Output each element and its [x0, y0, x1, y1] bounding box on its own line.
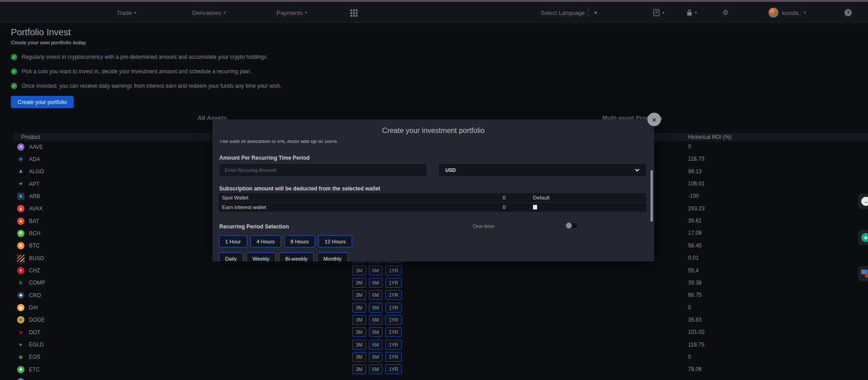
- roi-value: -100: [688, 190, 699, 202]
- language-dropdown-arrow-icon[interactable]: ▼: [593, 10, 598, 15]
- asset-row-product[interactable]: ▲BAT: [17, 215, 39, 227]
- asset-row-product[interactable]: ≈APT: [17, 178, 39, 190]
- roi-period-6m-button[interactable]: 6M: [369, 303, 383, 313]
- user-menu[interactable]: kunda.. ▾: [782, 9, 806, 16]
- asset-row-product[interactable]: ▲AVAX: [17, 203, 42, 215]
- nav-menu-payments[interactable]: Payments ▾: [277, 9, 307, 16]
- roi-period-1yr-button[interactable]: 1YR: [385, 315, 401, 325]
- apps-grid-icon[interactable]: [350, 10, 352, 11]
- feature-bullet: ✓ Pick a coin you want to invest in, dec…: [11, 68, 251, 75]
- check-icon: ✓: [11, 83, 17, 89]
- nav-menu-derivatives[interactable]: Derivatives ▾: [192, 9, 226, 16]
- roi-period-3m-button[interactable]: 3M: [352, 278, 366, 288]
- divider: [588, 8, 588, 16]
- asset-row-product[interactable]: ◇EOS: [17, 351, 40, 363]
- roi-value: 68.75: [688, 289, 702, 301]
- create-portfolio-button[interactable]: Create your portfolio: [11, 96, 74, 108]
- roi-value: 101.02: [688, 326, 705, 338]
- roi-period-1yr-button[interactable]: 1YR: [385, 278, 401, 288]
- recurring-amount-input[interactable]: [219, 163, 427, 177]
- modal-close-icon[interactable]: ×: [647, 113, 661, 126]
- asset-row-product[interactable]: ◆CRO: [17, 289, 41, 301]
- asset-row-product[interactable]: ∗ADA: [17, 153, 40, 165]
- roi-period-3m-button[interactable]: 3M: [352, 290, 366, 300]
- roi-value: 0: [688, 141, 691, 153]
- asset-row-product[interactable]: ◆ARB: [17, 190, 40, 202]
- help-icon[interactable]: ?: [844, 9, 852, 16]
- asset-row-product[interactable]: ◈DAI: [17, 302, 38, 314]
- roi-period-3m-button[interactable]: 3M: [352, 327, 366, 337]
- coin-symbol: AAVE: [29, 144, 43, 150]
- period-daily-button[interactable]: Daily: [219, 252, 243, 261]
- roi-period-6m-button[interactable]: 6M: [369, 340, 383, 350]
- asset-row-product[interactable]: BUSD: [17, 252, 44, 264]
- asset-row-product[interactable]: ÐDOGE: [17, 314, 45, 326]
- coin-symbol: DAI: [29, 304, 38, 311]
- roi-period-3m-button[interactable]: 3M: [352, 364, 366, 374]
- roi-period-1yr-button[interactable]: 1YR: [385, 303, 401, 313]
- asset-row-product[interactable]: BBCH: [17, 227, 40, 239]
- roi-period-6m-button[interactable]: 6M: [369, 290, 383, 300]
- roi-period-1yr-button[interactable]: 1YR: [385, 327, 401, 337]
- period-weekly-button[interactable]: Weekly: [246, 252, 276, 261]
- roi-period-6m-button[interactable]: 6M: [369, 327, 383, 337]
- asset-row-product[interactable]: ◆ETC: [17, 363, 40, 375]
- coin-symbol: BTC: [29, 242, 40, 249]
- roi-period-3m-button[interactable]: 3M: [352, 303, 366, 313]
- roi-period-6m-button[interactable]: 6M: [369, 315, 383, 325]
- period-12-hours-button[interactable]: 12 Hours: [318, 235, 352, 247]
- asset-row-product[interactable]: ×EGLD: [17, 339, 44, 351]
- roi-period-3m-button[interactable]: 3M: [352, 352, 366, 362]
- coin-symbol: DOT: [29, 329, 40, 336]
- period-monthly-button[interactable]: Monthly: [317, 252, 348, 261]
- modal-scrollbar-thumb[interactable]: [651, 170, 653, 222]
- roi-value: 56.45: [688, 240, 702, 252]
- asset-row-product[interactable]: CCOMP: [17, 277, 45, 289]
- roi-period-6m-button[interactable]: 6M: [369, 364, 383, 374]
- asset-row-product[interactable]: ΛALGO: [17, 166, 44, 178]
- share-extension-button[interactable]: →: [858, 194, 868, 209]
- wallet-row-earn[interactable]: Earn interest wallet 0: [219, 203, 646, 212]
- roi-period-1yr-button[interactable]: 1YR: [385, 364, 401, 374]
- chevron-down-icon: ▾: [695, 10, 697, 15]
- roi-period-6m-button[interactable]: 6M: [369, 352, 383, 362]
- period-1-hour-button[interactable]: 1 Hour: [219, 235, 247, 247]
- coin-icon: ∗: [17, 156, 24, 163]
- period-4-hours-button[interactable]: 4 Hours: [250, 235, 281, 247]
- roi-period-6m-button[interactable]: 6M: [369, 266, 383, 276]
- asset-row-product[interactable]: BBTC: [17, 240, 40, 252]
- earn-wallet-checkbox[interactable]: [533, 205, 537, 209]
- roi-period-3m-button[interactable]: 3M: [352, 266, 366, 276]
- lock-icon: [686, 9, 693, 16]
- roi-period-1yr-button[interactable]: 1YR: [385, 340, 401, 350]
- chatgpt-extension-button[interactable]: ∗: [858, 230, 868, 245]
- translate-extension-button[interactable]: [858, 266, 868, 281]
- wallet-row-spot[interactable]: Spot Wallet 0 Default: [219, 193, 646, 202]
- roi-period-3m-button[interactable]: 3M: [352, 340, 366, 350]
- feature-bullet-text: Once invested, you can receive daily ear…: [22, 83, 282, 89]
- settings-gear-icon[interactable]: ⚙: [722, 9, 728, 17]
- one-time-toggle[interactable]: [566, 222, 578, 229]
- language-selector[interactable]: Select Language: [541, 9, 585, 16]
- period-bi-weekly-button[interactable]: Bi-weekly: [279, 252, 314, 261]
- orders-menu[interactable]: ▾: [653, 9, 665, 16]
- wallet-name: Spot Wallet: [222, 195, 248, 200]
- roi-period-1yr-button[interactable]: 1YR: [385, 266, 401, 276]
- roi-period-6m-button[interactable]: 6M: [369, 278, 383, 288]
- asset-row-product[interactable]: AAAVE: [17, 141, 43, 153]
- coin-symbol: ALGO: [29, 168, 44, 175]
- roi-period-1yr-button[interactable]: 1YR: [385, 290, 401, 300]
- asset-row-product[interactable]: ●DOT: [17, 326, 40, 338]
- roi-value: 78.06: [688, 363, 702, 375]
- roi-period-1yr-button[interactable]: 1YR: [385, 352, 401, 362]
- user-avatar[interactable]: [769, 8, 778, 18]
- roi-period-3m-button[interactable]: 3M: [352, 315, 366, 325]
- coin-icon: ◆: [17, 292, 24, 299]
- currency-select[interactable]: USD: [439, 163, 646, 177]
- language-selector-label: Select Language: [541, 9, 585, 16]
- wallet-menu[interactable]: ▾: [686, 9, 697, 16]
- period-8-hours-button[interactable]: 8 Hours: [284, 235, 315, 247]
- nav-menu-trade[interactable]: Trade ▾: [117, 9, 136, 16]
- asset-row-product[interactable]: ×CHZ: [17, 265, 40, 277]
- check-icon: ✓: [11, 68, 17, 75]
